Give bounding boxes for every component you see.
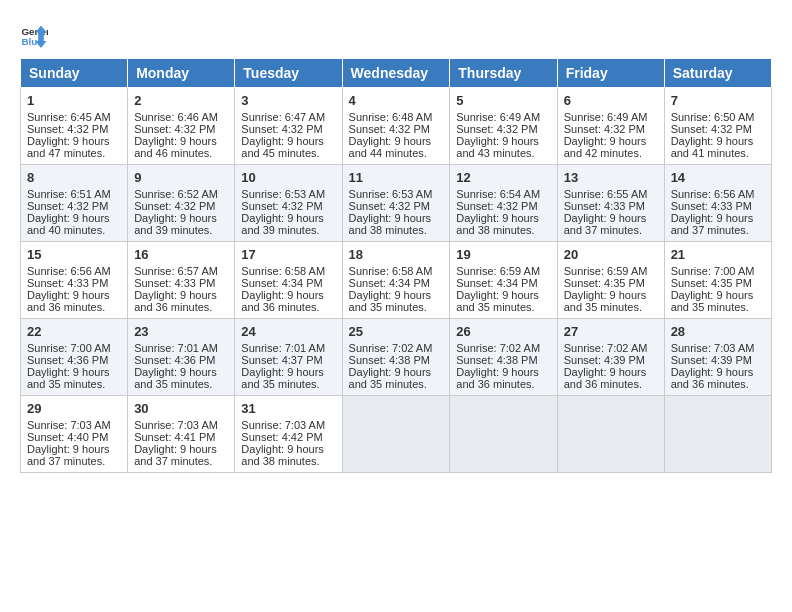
day-number: 2 (134, 93, 228, 108)
sunset-text: Sunset: 4:34 PM (349, 277, 444, 289)
sunrise-text: Sunrise: 7:03 AM (241, 419, 335, 431)
sunset-text: Sunset: 4:39 PM (671, 354, 765, 366)
calendar-cell (342, 396, 450, 473)
daylight-text: Daylight: 9 hours and 35 minutes. (349, 366, 444, 390)
sunset-text: Sunset: 4:42 PM (241, 431, 335, 443)
sunset-text: Sunset: 4:38 PM (456, 354, 550, 366)
calendar-cell: 16Sunrise: 6:57 AMSunset: 4:33 PMDayligh… (128, 242, 235, 319)
daylight-text: Daylight: 9 hours and 41 minutes. (671, 135, 765, 159)
sunrise-text: Sunrise: 6:53 AM (241, 188, 335, 200)
day-number: 4 (349, 93, 444, 108)
calendar-table: SundayMondayTuesdayWednesdayThursdayFrid… (20, 58, 772, 473)
daylight-text: Daylight: 9 hours and 37 minutes. (564, 212, 658, 236)
daylight-text: Daylight: 9 hours and 36 minutes. (564, 366, 658, 390)
sunrise-text: Sunrise: 7:02 AM (349, 342, 444, 354)
week-row-2: 8Sunrise: 6:51 AMSunset: 4:32 PMDaylight… (21, 165, 772, 242)
sunset-text: Sunset: 4:32 PM (134, 123, 228, 135)
daylight-text: Daylight: 9 hours and 36 minutes. (456, 366, 550, 390)
calendar-cell: 23Sunrise: 7:01 AMSunset: 4:36 PMDayligh… (128, 319, 235, 396)
sunrise-text: Sunrise: 7:03 AM (671, 342, 765, 354)
sunset-text: Sunset: 4:37 PM (241, 354, 335, 366)
sunset-text: Sunset: 4:39 PM (564, 354, 658, 366)
week-row-1: 1Sunrise: 6:45 AMSunset: 4:32 PMDaylight… (21, 88, 772, 165)
calendar-cell: 5Sunrise: 6:49 AMSunset: 4:32 PMDaylight… (450, 88, 557, 165)
sunrise-text: Sunrise: 6:59 AM (564, 265, 658, 277)
day-number: 15 (27, 247, 121, 262)
sunrise-text: Sunrise: 6:49 AM (456, 111, 550, 123)
day-number: 20 (564, 247, 658, 262)
day-number: 26 (456, 324, 550, 339)
calendar-cell: 6Sunrise: 6:49 AMSunset: 4:32 PMDaylight… (557, 88, 664, 165)
sunset-text: Sunset: 4:32 PM (134, 200, 228, 212)
sunrise-text: Sunrise: 6:49 AM (564, 111, 658, 123)
calendar-cell (450, 396, 557, 473)
sunset-text: Sunset: 4:32 PM (27, 123, 121, 135)
daylight-text: Daylight: 9 hours and 36 minutes. (671, 366, 765, 390)
sunset-text: Sunset: 4:32 PM (456, 200, 550, 212)
page-header: General Blue (20, 20, 772, 48)
daylight-text: Daylight: 9 hours and 37 minutes. (671, 212, 765, 236)
sunrise-text: Sunrise: 7:01 AM (241, 342, 335, 354)
day-number: 19 (456, 247, 550, 262)
sunrise-text: Sunrise: 6:46 AM (134, 111, 228, 123)
sunrise-text: Sunrise: 6:52 AM (134, 188, 228, 200)
calendar-cell: 29Sunrise: 7:03 AMSunset: 4:40 PMDayligh… (21, 396, 128, 473)
day-number: 13 (564, 170, 658, 185)
sunrise-text: Sunrise: 6:56 AM (671, 188, 765, 200)
day-number: 5 (456, 93, 550, 108)
sunrise-text: Sunrise: 7:03 AM (134, 419, 228, 431)
day-number: 31 (241, 401, 335, 416)
calendar-cell: 9Sunrise: 6:52 AMSunset: 4:32 PMDaylight… (128, 165, 235, 242)
sunset-text: Sunset: 4:34 PM (456, 277, 550, 289)
calendar-cell: 18Sunrise: 6:58 AMSunset: 4:34 PMDayligh… (342, 242, 450, 319)
header-sunday: Sunday (21, 59, 128, 88)
calendar-header-row: SundayMondayTuesdayWednesdayThursdayFrid… (21, 59, 772, 88)
sunset-text: Sunset: 4:32 PM (349, 123, 444, 135)
sunset-text: Sunset: 4:32 PM (671, 123, 765, 135)
sunrise-text: Sunrise: 6:53 AM (349, 188, 444, 200)
calendar-cell: 24Sunrise: 7:01 AMSunset: 4:37 PMDayligh… (235, 319, 342, 396)
day-number: 18 (349, 247, 444, 262)
sunset-text: Sunset: 4:33 PM (671, 200, 765, 212)
week-row-4: 22Sunrise: 7:00 AMSunset: 4:36 PMDayligh… (21, 319, 772, 396)
daylight-text: Daylight: 9 hours and 39 minutes. (134, 212, 228, 236)
daylight-text: Daylight: 9 hours and 44 minutes. (349, 135, 444, 159)
sunrise-text: Sunrise: 6:58 AM (349, 265, 444, 277)
sunset-text: Sunset: 4:36 PM (27, 354, 121, 366)
calendar-cell: 14Sunrise: 6:56 AMSunset: 4:33 PMDayligh… (664, 165, 771, 242)
calendar-cell: 4Sunrise: 6:48 AMSunset: 4:32 PMDaylight… (342, 88, 450, 165)
sunset-text: Sunset: 4:38 PM (349, 354, 444, 366)
header-monday: Monday (128, 59, 235, 88)
sunset-text: Sunset: 4:32 PM (564, 123, 658, 135)
calendar-cell: 30Sunrise: 7:03 AMSunset: 4:41 PMDayligh… (128, 396, 235, 473)
daylight-text: Daylight: 9 hours and 42 minutes. (564, 135, 658, 159)
daylight-text: Daylight: 9 hours and 45 minutes. (241, 135, 335, 159)
calendar-cell: 13Sunrise: 6:55 AMSunset: 4:33 PMDayligh… (557, 165, 664, 242)
calendar-cell: 27Sunrise: 7:02 AMSunset: 4:39 PMDayligh… (557, 319, 664, 396)
sunset-text: Sunset: 4:32 PM (241, 200, 335, 212)
daylight-text: Daylight: 9 hours and 36 minutes. (27, 289, 121, 313)
sunset-text: Sunset: 4:32 PM (349, 200, 444, 212)
day-number: 28 (671, 324, 765, 339)
day-number: 11 (349, 170, 444, 185)
sunset-text: Sunset: 4:33 PM (564, 200, 658, 212)
sunset-text: Sunset: 4:41 PM (134, 431, 228, 443)
calendar-cell: 7Sunrise: 6:50 AMSunset: 4:32 PMDaylight… (664, 88, 771, 165)
daylight-text: Daylight: 9 hours and 46 minutes. (134, 135, 228, 159)
header-tuesday: Tuesday (235, 59, 342, 88)
calendar-cell: 12Sunrise: 6:54 AMSunset: 4:32 PMDayligh… (450, 165, 557, 242)
day-number: 8 (27, 170, 121, 185)
calendar-cell: 3Sunrise: 6:47 AMSunset: 4:32 PMDaylight… (235, 88, 342, 165)
sunrise-text: Sunrise: 6:54 AM (456, 188, 550, 200)
sunrise-text: Sunrise: 7:01 AM (134, 342, 228, 354)
sunrise-text: Sunrise: 6:48 AM (349, 111, 444, 123)
header-friday: Friday (557, 59, 664, 88)
daylight-text: Daylight: 9 hours and 43 minutes. (456, 135, 550, 159)
day-number: 30 (134, 401, 228, 416)
daylight-text: Daylight: 9 hours and 36 minutes. (241, 289, 335, 313)
calendar-cell: 19Sunrise: 6:59 AMSunset: 4:34 PMDayligh… (450, 242, 557, 319)
calendar-cell (664, 396, 771, 473)
sunset-text: Sunset: 4:32 PM (27, 200, 121, 212)
daylight-text: Daylight: 9 hours and 35 minutes. (456, 289, 550, 313)
day-number: 3 (241, 93, 335, 108)
